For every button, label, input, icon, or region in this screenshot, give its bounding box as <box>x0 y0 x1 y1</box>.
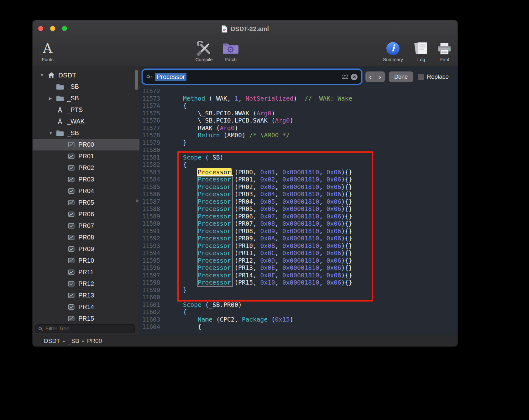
done-button[interactable]: Done <box>389 71 413 82</box>
processor-icon <box>67 141 76 148</box>
code-line: { <box>168 308 458 316</box>
line-number: 11587 <box>139 198 160 206</box>
tree-item-pr13[interactable]: PR13 <box>33 290 139 301</box>
processor-icon <box>67 211 76 218</box>
tree-item-pr02[interactable]: PR02 <box>33 162 139 174</box>
line-number: 11576 <box>139 117 160 124</box>
tree-item-_sb[interactable]: _SB <box>33 81 139 92</box>
line-number: 11572 <box>139 87 160 95</box>
code-line: \_SB.PCI0.NWAK (Arg0) <box>168 110 458 117</box>
disclosure-down-icon[interactable]: ▼ <box>49 131 56 135</box>
tree-item-pr07[interactable]: PR07 <box>33 220 139 232</box>
tree-item-label: PR00 <box>78 141 94 148</box>
line-number: 11584 <box>139 176 160 183</box>
tree-item-pr01[interactable]: PR01 <box>33 150 139 162</box>
tree-item-pr14[interactable]: PR14 <box>33 301 139 313</box>
tree-item-pr10[interactable]: PR10 <box>33 255 139 266</box>
close-button[interactable] <box>38 26 43 31</box>
print-icon <box>437 42 452 56</box>
processor-icon <box>67 199 76 206</box>
tree-item-_wak[interactable]: _WAK <box>33 116 139 127</box>
tree-item-dsdt[interactable]: ▼DSDT <box>33 69 139 81</box>
line-number: 11579 <box>139 139 160 147</box>
fonts-icon: A <box>43 41 52 56</box>
tree-item-_pts[interactable]: _PTS <box>33 104 139 116</box>
processor-icon <box>67 234 76 241</box>
tree-item-pr03[interactable]: PR03 <box>33 174 139 185</box>
processor-icon <box>67 153 76 160</box>
code-line: Processor (PR08, 0x09, 0x00001810, 0x06)… <box>168 228 458 235</box>
breadcrumb-item-dsdt[interactable]: DSDT <box>44 338 60 344</box>
find-previous-button[interactable]: ‹ <box>365 71 375 82</box>
summary-toolbar-button[interactable]: i Summary <box>383 39 403 62</box>
tree-item-_sb[interactable]: ▼_SB <box>33 127 139 139</box>
zoom-button[interactable] <box>62 26 67 31</box>
find-match: Processor <box>198 242 231 249</box>
tree-item-pr00[interactable]: PR00 <box>33 139 139 150</box>
tree-item-pr04[interactable]: PR04 <box>33 185 139 197</box>
patch-toolbar-button[interactable]: Patch <box>222 39 239 62</box>
tree-item-label: _SB <box>67 95 79 102</box>
line-number: 11589 <box>139 213 160 220</box>
filter-tree-input[interactable] <box>45 325 132 332</box>
replace-checkbox[interactable] <box>418 74 424 80</box>
find-next-button[interactable]: › <box>375 71 385 82</box>
processor-icon <box>67 187 76 195</box>
find-field[interactable]: Processor 22 ✕ <box>143 70 361 84</box>
clear-search-button[interactable]: ✕ <box>351 74 358 80</box>
line-number: 11590 <box>139 220 160 228</box>
minimize-button[interactable] <box>50 26 55 31</box>
breadcrumb-item-_sb[interactable]: _SB <box>68 338 79 344</box>
tree-item-pr06[interactable]: PR06 <box>33 208 139 220</box>
line-number: 11585 <box>139 183 160 191</box>
line-number: 11594 <box>139 249 160 257</box>
code-line: Scope (_SB.PR00) <box>168 301 458 309</box>
sidebar-scrollbar-thumb[interactable] <box>135 70 138 90</box>
tree-item-pr09[interactable]: PR09 <box>33 243 139 255</box>
document-icon <box>221 25 228 33</box>
line-number: 11592 <box>139 235 160 242</box>
filter-tree-field[interactable] <box>35 324 135 333</box>
match-count: 22 <box>342 74 348 80</box>
processor-icon <box>67 303 76 311</box>
tree-item-label: PR12 <box>78 280 94 287</box>
log-label: Log <box>417 57 425 62</box>
tree-item-pr12[interactable]: PR12 <box>33 278 139 290</box>
tree-item-pr15[interactable]: PR15 <box>33 313 139 322</box>
code-line: Processor (PR15, 0x10, 0x00001810, 0x06)… <box>168 279 458 286</box>
line-number: 11600 <box>139 294 160 301</box>
find-query-text: Processor <box>155 73 186 81</box>
code-line: Processor (PR13, 0x0E, 0x00001810, 0x06)… <box>168 264 458 272</box>
disclosure-down-icon[interactable]: ▼ <box>40 73 47 77</box>
code-line: { <box>168 323 458 331</box>
method-icon <box>56 106 64 113</box>
tree-item-pr11[interactable]: PR11 <box>33 266 139 278</box>
disclosure-right-icon[interactable]: ▶ <box>49 96 56 101</box>
code-line <box>168 87 458 95</box>
tree-item-pr08[interactable]: PR08 <box>33 232 139 243</box>
tree-item-label: PR10 <box>78 257 94 264</box>
sidebar: ▼DSDT_SB▶_SB_PTS_WAK▼_SBPR00PR01PR02PR03… <box>33 66 140 335</box>
processor-icon <box>67 176 76 183</box>
splitter-handle[interactable] <box>136 199 139 202</box>
breadcrumb-item-pr00[interactable]: PR00 <box>87 338 102 344</box>
compile-toolbar-button[interactable]: Compile <box>195 39 212 62</box>
tree-item-label: PR09 <box>78 245 94 253</box>
tree-item-label: PR03 <box>78 176 94 183</box>
code-lines: Method (_WAK, 1, NotSerialized) // _WAK:… <box>168 87 458 331</box>
code-area[interactable]: 1157211573115741157511576115771157811579… <box>139 87 458 335</box>
tree-item-_sb[interactable]: ▶_SB <box>33 92 139 104</box>
find-match: Processor <box>198 220 231 227</box>
line-number-gutter: 1157211573115741157511576115771157811579… <box>139 87 165 331</box>
fonts-toolbar-button[interactable]: A Fonts <box>42 39 54 62</box>
tree-item-pr05[interactable]: PR05 <box>33 197 139 208</box>
toolbar: A Fonts Compile <box>33 38 458 66</box>
line-number: 11582 <box>139 161 160 169</box>
tree-item-label: PR14 <box>78 303 94 311</box>
code-line: } <box>168 286 458 294</box>
code-line: Processor (PR12, 0x0D, 0x00001810, 0x06)… <box>168 257 458 265</box>
log-toolbar-button[interactable]: Log <box>413 39 429 62</box>
sidebar-tree: ▼DSDT_SB▶_SB_PTS_WAK▼_SBPR00PR01PR02PR03… <box>33 66 139 322</box>
processor-icon <box>67 245 76 253</box>
print-toolbar-button[interactable]: Print <box>437 39 452 62</box>
